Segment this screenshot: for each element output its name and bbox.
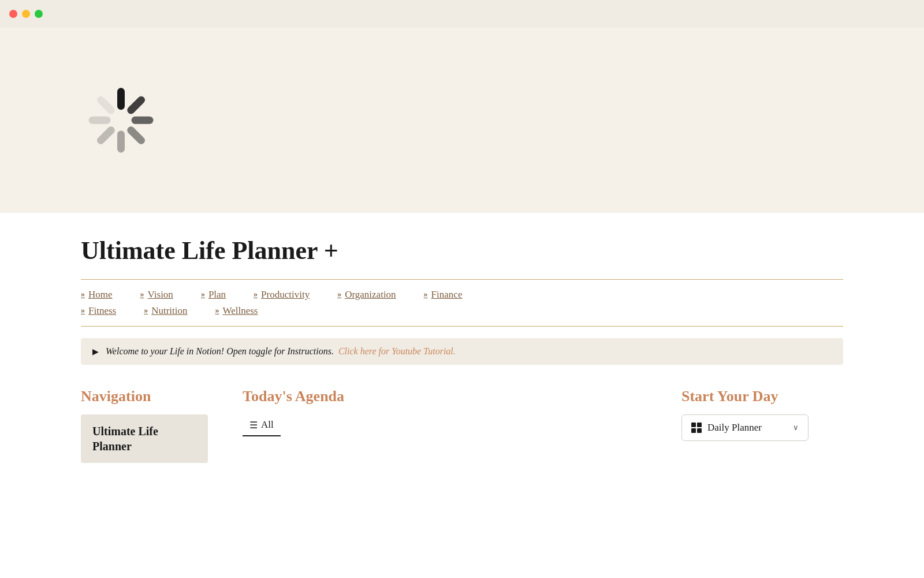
toggle-block[interactable]: ▶ Welcome to your Life in Notion! Open t… (81, 338, 843, 365)
nav-item-nutrition[interactable]: » Nutrition (144, 305, 187, 317)
bottom-divider (81, 326, 843, 327)
agenda-column: Today's Agenda ☰ All (243, 388, 647, 463)
nav-links: » Home » Vision » Plan » Productivity » … (81, 289, 843, 317)
nav-item-organization[interactable]: » Organization (337, 289, 396, 301)
nav-item-home[interactable]: » Home (81, 289, 113, 301)
nav-chevron-nutrition: » (144, 306, 148, 316)
nav-card[interactable]: Ultimate Life Planner (81, 414, 208, 463)
start-heading: Start Your Day (681, 388, 843, 405)
main-content: Ultimate Life Planner + » Home » Vision … (0, 213, 924, 463)
nav-chevron-vision: » (140, 290, 144, 299)
start-column: Start Your Day Daily Planner ∨ (681, 388, 843, 463)
nav-item-wellness[interactable]: » Wellness (215, 305, 258, 317)
maximize-button[interactable] (35, 10, 43, 18)
nav-item-finance[interactable]: » Finance (424, 289, 463, 301)
title-bar (0, 0, 924, 28)
nav-chevron-productivity: » (254, 290, 258, 299)
agenda-heading: Today's Agenda (243, 388, 647, 405)
youtube-link[interactable]: Click here for Youtube Tutorial. (338, 346, 456, 356)
agenda-tab-all[interactable]: ☰ All (243, 414, 281, 436)
grid-icon (691, 423, 702, 433)
navigation-heading: Navigation (81, 388, 208, 405)
toggle-arrow-icon: ▶ (92, 347, 99, 357)
list-icon: ☰ (249, 420, 258, 431)
hero-area (0, 28, 924, 213)
nav-card-title: Ultimate Life Planner (92, 424, 196, 454)
daily-planner-button[interactable]: Daily Planner ∨ (681, 414, 808, 441)
nav-row-1: » Home » Vision » Plan » Productivity » … (81, 289, 843, 301)
nav-chevron-home: » (81, 290, 85, 299)
chevron-down-icon: ∨ (793, 423, 799, 432)
nav-row-2: » Fitness » Nutrition » Wellness (81, 305, 843, 317)
nav-chevron-organization: » (337, 290, 341, 299)
nav-chevron-wellness: » (215, 306, 219, 316)
nav-chevron-finance: » (424, 290, 428, 299)
nav-item-fitness[interactable]: » Fitness (81, 305, 116, 317)
toggle-text: Welcome to your Life in Notion! Open tog… (106, 346, 456, 357)
agenda-tabs: ☰ All (243, 414, 647, 436)
close-button[interactable] (9, 10, 17, 18)
page-title: Ultimate Life Planner + (81, 236, 843, 265)
nav-item-productivity[interactable]: » Productivity (254, 289, 310, 301)
daily-planner-label: Daily Planner (707, 422, 787, 433)
nav-chevron-fitness: » (81, 306, 85, 316)
top-divider (81, 279, 843, 280)
bottom-section: Navigation Ultimate Life Planner Today's… (81, 388, 843, 463)
nav-item-vision[interactable]: » Vision (140, 289, 173, 301)
loading-spinner (81, 80, 162, 161)
navigation-column: Navigation Ultimate Life Planner (81, 388, 208, 463)
nav-chevron-plan: » (201, 290, 205, 299)
nav-item-plan[interactable]: » Plan (201, 289, 226, 301)
minimize-button[interactable] (22, 10, 30, 18)
